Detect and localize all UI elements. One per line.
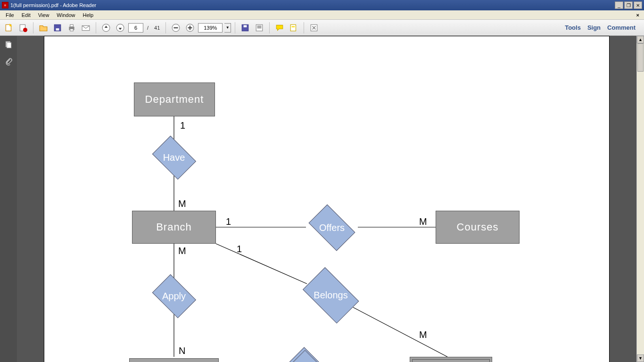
menu-edit[interactable]: Edit — [18, 11, 34, 19]
entity-department-label: Department — [145, 93, 204, 106]
save-copy-icon[interactable] — [239, 22, 251, 34]
separator — [269, 22, 270, 33]
svg-rect-20 — [257, 27, 262, 28]
page-up-icon[interactable] — [100, 22, 112, 34]
open-icon[interactable] — [37, 22, 50, 34]
entity-department: Department — [134, 82, 215, 116]
comment-link[interactable]: Comment — [607, 24, 636, 31]
create-pdf-icon[interactable] — [17, 22, 29, 34]
page-total: 41 — [152, 25, 162, 31]
toolbar: / 41 ▼ Tools Sign Comment — [0, 20, 644, 36]
svg-rect-19 — [257, 25, 262, 26]
svg-rect-17 — [244, 25, 247, 27]
menu-window[interactable]: Window — [53, 11, 79, 19]
card-branch-offers: 1 — [226, 216, 231, 227]
card-apply-applicant: N — [179, 346, 185, 356]
rel-belongs: Belongs — [297, 273, 365, 318]
svg-line-33 — [353, 307, 447, 357]
separator — [33, 22, 33, 33]
page-separator: / — [145, 25, 150, 31]
minimize-button[interactable]: _ — [615, 1, 623, 9]
thumbnails-icon[interactable] — [3, 40, 14, 51]
svg-point-2 — [23, 28, 27, 32]
card-have-branch: M — [178, 198, 186, 209]
rel-have-label: Have — [163, 152, 185, 163]
card-offers-courses: M — [419, 216, 427, 227]
separator — [165, 22, 166, 33]
separator — [96, 22, 96, 33]
menu-view[interactable]: View — [34, 11, 53, 19]
view-mode-icon[interactable] — [253, 22, 265, 34]
rel-selected: Selected — [276, 353, 345, 362]
print-icon[interactable] — [66, 22, 78, 34]
document-area[interactable]: Department Branch Courses Applicant Stud… — [17, 36, 636, 362]
entity-student: Student — [410, 357, 492, 362]
rel-offers: Offers — [304, 209, 360, 247]
separator — [235, 22, 235, 33]
entity-applicant: Applicant — [129, 358, 219, 362]
pdf-icon: ≡ — [2, 2, 8, 8]
restore-button[interactable]: ❐ — [624, 1, 633, 9]
card-belongs-student: M — [419, 329, 427, 340]
rel-offers-label: Offers — [319, 222, 345, 233]
entity-courses: Courses — [436, 211, 520, 244]
right-panel-links: Tools Sign Comment — [565, 24, 641, 31]
scroll-thumb[interactable] — [637, 43, 644, 72]
read-mode-icon[interactable] — [308, 22, 320, 34]
pdf-page: Department Branch Courses Applicant Stud… — [44, 36, 610, 362]
svg-rect-22 — [292, 26, 295, 27]
close-button[interactable]: ✕ — [634, 1, 642, 9]
card-branch-belongs: 1 — [237, 244, 242, 255]
email-icon[interactable] — [80, 22, 92, 34]
menu-file[interactable]: File — [2, 11, 18, 19]
rel-have: Have — [148, 139, 200, 176]
highlight-icon[interactable] — [288, 22, 300, 34]
zoom-in-icon[interactable] — [184, 22, 196, 34]
menu-bar: File Edit View Window Help × — [0, 10, 644, 20]
svg-rect-6 — [70, 25, 74, 27]
window-title: 1(full permission).pdf - Adobe Reader — [10, 2, 615, 8]
sign-link[interactable]: Sign — [587, 24, 601, 31]
zoom-out-icon[interactable] — [170, 22, 182, 34]
rel-apply-label: Apply — [162, 291, 186, 302]
save-icon[interactable] — [51, 22, 64, 34]
svg-rect-15 — [190, 25, 190, 30]
window-buttons: _ ❐ ✕ — [615, 1, 642, 9]
nav-rail — [0, 36, 17, 362]
page-number-input[interactable] — [128, 23, 143, 33]
svg-rect-7 — [70, 29, 74, 31]
entity-courses-label: Courses — [457, 221, 499, 233]
separator — [304, 22, 304, 33]
scroll-down-icon[interactable]: ▼ — [637, 354, 644, 362]
entity-branch: Branch — [132, 211, 216, 244]
page-down-icon[interactable] — [114, 22, 126, 34]
scroll-up-icon[interactable]: ▲ — [637, 36, 644, 43]
entity-branch-label: Branch — [156, 221, 192, 233]
vertical-scrollbar[interactable]: ▲ ▼ — [636, 36, 644, 362]
attachments-icon[interactable] — [3, 56, 14, 67]
mdi-close-button[interactable]: × — [634, 12, 642, 18]
card-branch-apply: M — [178, 246, 186, 256]
rel-belongs-label: Belongs — [314, 290, 347, 301]
svg-rect-4 — [56, 28, 59, 31]
menu-help[interactable]: Help — [79, 11, 97, 19]
comment-icon[interactable] — [273, 22, 286, 34]
svg-rect-21 — [291, 25, 296, 31]
rel-apply: Apply — [148, 278, 200, 314]
svg-rect-12 — [174, 27, 178, 28]
tools-link[interactable]: Tools — [565, 24, 581, 31]
export-pdf-icon[interactable] — [3, 22, 15, 34]
zoom-input[interactable] — [198, 23, 223, 33]
title-bar: ≡ 1(full permission).pdf - Adobe Reader … — [0, 0, 644, 10]
svg-line-32 — [216, 244, 307, 284]
svg-rect-25 — [7, 42, 11, 48]
card-dep-have: 1 — [180, 120, 185, 131]
zoom-dropdown-icon[interactable]: ▼ — [224, 23, 231, 33]
